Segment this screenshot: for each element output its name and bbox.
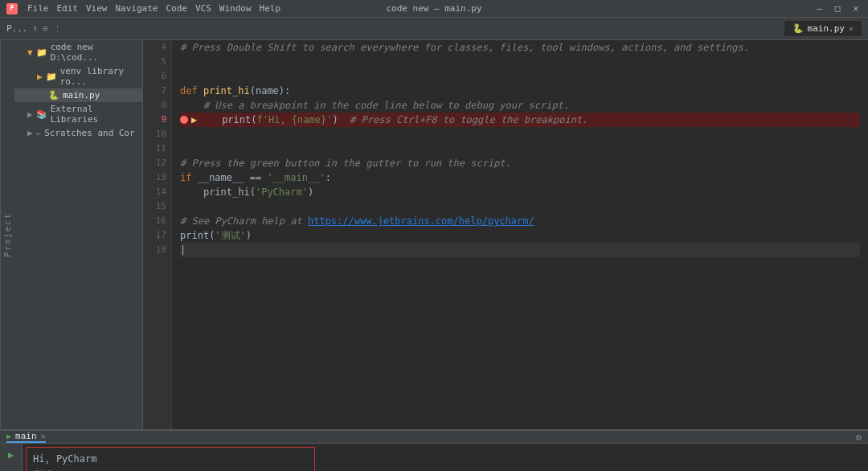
cursor: | xyxy=(180,243,186,257)
code-area[interactable]: # Press Double Shift to search everywher… xyxy=(172,40,868,429)
sidebar-item-venv[interactable]: ▶ 📁 venv library ro... xyxy=(14,64,142,88)
run-tab-main[interactable]: ▶ main ✕ xyxy=(6,431,46,443)
indent-14 xyxy=(180,185,203,199)
menu-help[interactable]: Help xyxy=(260,3,281,14)
paren-close: ): xyxy=(279,84,290,98)
line-num-5: 5 xyxy=(148,55,166,69)
folder-expand-icon: ▶ xyxy=(37,72,43,82)
maximize-button[interactable]: □ xyxy=(832,3,844,14)
tab-file-icon: 🐍 xyxy=(792,23,804,34)
run-toolbar: ▶ 🔧 ≡ ↑ ■ 🗑 📌 xyxy=(0,444,23,471)
folder-icon: 📁 xyxy=(36,47,47,58)
minimize-button[interactable]: — xyxy=(813,3,825,14)
dunder-name: __name__ == xyxy=(198,170,268,185)
line-num-10: 10 xyxy=(148,127,166,141)
sidebar-item-main-py[interactable]: 🐍 main.py xyxy=(14,88,142,102)
sidebar-item-external-libraries[interactable]: ▶ 📚 External Libraries xyxy=(14,102,142,126)
run-tab-icon: ▶ xyxy=(6,432,11,440)
sidebar-item-label: code new D:\cod... xyxy=(51,42,137,63)
menu-bar: File Edit View Navigate Code VCS Window … xyxy=(27,3,280,14)
close-button[interactable]: ✕ xyxy=(850,3,862,14)
menu-code[interactable]: Code xyxy=(166,3,187,14)
code-line-11 xyxy=(180,141,860,156)
scratch-icon: ✏ xyxy=(36,128,42,138)
paren-open: ( xyxy=(250,84,256,98)
code-line-13: if __name__ == '__main__': xyxy=(180,170,860,185)
func-name: print_hi xyxy=(203,84,250,98)
output-box: Hi, PyCharm 测试 Process finished with exi… xyxy=(26,447,315,471)
breakpoint-dot xyxy=(180,116,188,124)
line-num-17: 17 xyxy=(148,228,166,243)
line-num-8: 8 xyxy=(148,98,166,113)
menu-navigate[interactable]: Navigate xyxy=(116,3,158,14)
run-panel: ▶ main ✕ ⚙ ▶ 🔧 ≡ ↑ ■ 🗑 📌 Hi, PyCharm 测试 … xyxy=(0,429,868,471)
colon: : xyxy=(326,170,331,185)
line-num-9: 9 xyxy=(148,113,166,127)
paren-14: ( xyxy=(250,185,256,199)
code-line-9: ▶ print(f'Hi, {name}') # Press Ctrl+F8 t… xyxy=(180,113,860,127)
line-num-6: 6 xyxy=(148,69,166,84)
file-tree: ▼ 📁 code new D:\cod... ▶ 📁 venv library … xyxy=(14,40,143,429)
editor-content: 4 5 6 7 8 9 10 11 12 13 14 15 16 17 18 #… xyxy=(143,40,868,429)
sidebar-item-code-new[interactable]: ▼ 📁 code new D:\cod... xyxy=(14,40,142,64)
paren-close: ) xyxy=(332,113,350,127)
run-tab-close[interactable]: ✕ xyxy=(41,432,46,440)
tab-close-button[interactable]: ✕ xyxy=(849,24,854,33)
code-line-16: # See PyCharm help at https://www.jetbra… xyxy=(180,214,860,228)
menu-view[interactable]: View xyxy=(86,3,108,14)
line-num-16: 16 xyxy=(148,214,166,228)
pycharm-help-link[interactable]: https://www.jetbrains.com/help/pycharm/ xyxy=(308,214,534,228)
comment-4: # Press Double Shift to search everywher… xyxy=(180,40,749,55)
comment-9: # Press Ctrl+F8 to toggle the breakpoint… xyxy=(350,113,588,127)
keyword-if: if xyxy=(180,170,198,185)
menu-edit[interactable]: Edit xyxy=(57,3,79,14)
project-selector[interactable]: P... xyxy=(6,23,28,34)
window-controls: — □ ✕ xyxy=(813,3,862,14)
breakpoint-arrow: ▶ xyxy=(191,113,197,127)
string-pycharm: 'PyCharm' xyxy=(256,185,308,199)
sidebar-item-label: venv library ro... xyxy=(60,66,137,87)
param-name: name xyxy=(256,84,279,98)
line-num-18: 18 xyxy=(148,243,166,257)
project-panel-label: Project xyxy=(0,40,14,429)
titlebar: P File Edit View Navigate Code VCS Windo… xyxy=(0,0,868,18)
code-line-15 xyxy=(180,199,860,214)
toolbar-icon-2[interactable]: ≡ xyxy=(43,23,48,34)
keyword-def: def xyxy=(180,84,203,98)
code-indent xyxy=(199,113,222,127)
paren: ( xyxy=(251,113,256,127)
toolbar-icon-1[interactable]: ⬆ xyxy=(33,23,39,34)
run-tab-label: main xyxy=(15,431,37,441)
tab-label: main.py xyxy=(808,23,845,34)
run-play-button[interactable]: ▶ xyxy=(3,447,19,463)
gear-icon[interactable]: ⚙ xyxy=(856,432,862,443)
string-test: '测试' xyxy=(215,228,245,243)
menu-window[interactable]: Window xyxy=(219,3,252,14)
comment-16a: # See PyCharm help at xyxy=(180,214,308,228)
line-num-14: 14 xyxy=(148,185,166,199)
toolbar-left: P... ⬆ ≡ ⋮ xyxy=(6,23,778,34)
line-num-12: 12 xyxy=(148,156,166,170)
toolbar-icon-3[interactable]: ⋮ xyxy=(53,23,62,34)
app-icon: P xyxy=(6,3,18,14)
code-line-7: def print_hi(name): xyxy=(180,84,860,98)
print-builtin: print xyxy=(222,113,251,127)
menu-file[interactable]: File xyxy=(27,3,49,14)
sidebar-item-scratches[interactable]: ▶ ✏ Scratches and Cor xyxy=(14,126,142,140)
code-editor[interactable]: 4 5 6 7 8 9 10 11 12 13 14 15 16 17 18 #… xyxy=(143,40,868,429)
toolbar: P... ⬆ ≡ ⋮ 🐍 main.py ✕ xyxy=(0,18,868,40)
sidebar-item-label: Scratches and Cor xyxy=(44,128,135,138)
code-line-18: | xyxy=(180,243,860,257)
output-line-1: Hi, PyCharm xyxy=(33,451,308,467)
folder-expand-icon: ▼ xyxy=(27,47,33,58)
menu-vcs[interactable]: VCS xyxy=(195,3,211,14)
line-num-15: 15 xyxy=(148,199,166,214)
comment-12: # Press the green button in the gutter t… xyxy=(180,156,511,170)
run-output-area: Hi, PyCharm 测试 Process finished with exi… xyxy=(23,444,868,471)
tab-main-py[interactable]: 🐍 main.py ✕ xyxy=(784,21,862,36)
code-line-4: # Press Double Shift to search everywher… xyxy=(180,40,860,55)
run-content: ▶ 🔧 ≡ ↑ ■ 🗑 📌 Hi, PyCharm 测试 Process fin… xyxy=(0,444,868,471)
fstring: f'Hi, {name}' xyxy=(257,113,333,127)
code-line-6 xyxy=(180,69,860,84)
main-content: Project ▼ 📁 code new D:\cod... ▶ 📁 venv … xyxy=(0,40,868,429)
